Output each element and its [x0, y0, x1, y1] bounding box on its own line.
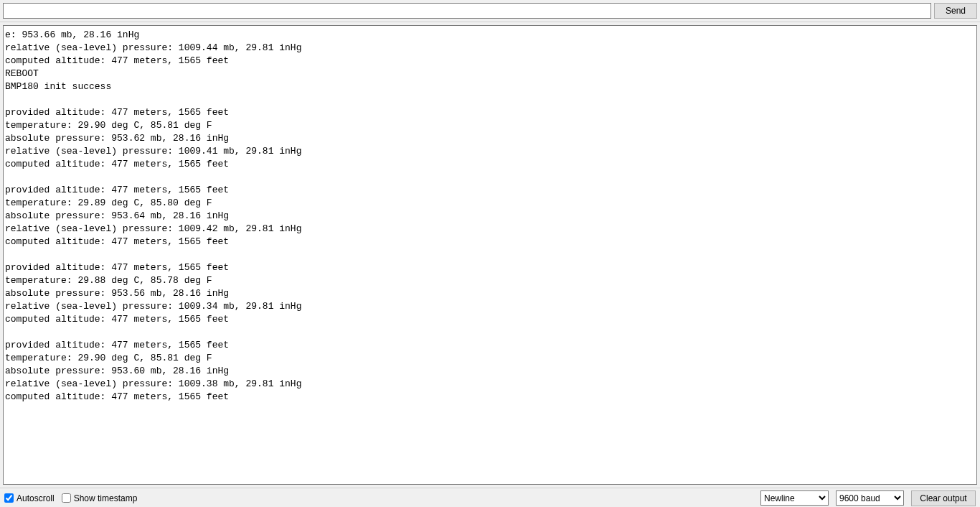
timestamp-label: Show timestamp: [74, 493, 138, 503]
autoscroll-label: Autoscroll: [17, 493, 55, 503]
status-bar: Autoscroll Show timestamp Newline 9600 b…: [0, 488, 980, 507]
send-button[interactable]: Send: [934, 3, 977, 19]
baud-rate-select[interactable]: 9600 baud: [836, 490, 904, 506]
autoscroll-input[interactable]: [4, 493, 14, 503]
command-toolbar: Send: [0, 0, 980, 22]
command-input[interactable]: [3, 3, 931, 19]
serial-output[interactable]: e: 953.66 mb, 28.16 inHg relative (sea-l…: [3, 25, 977, 485]
line-ending-select[interactable]: Newline: [760, 490, 829, 506]
clear-output-button[interactable]: Clear output: [911, 490, 976, 506]
timestamp-checkbox[interactable]: Show timestamp: [62, 493, 138, 503]
timestamp-input[interactable]: [62, 493, 71, 503]
autoscroll-checkbox[interactable]: Autoscroll: [4, 493, 55, 503]
